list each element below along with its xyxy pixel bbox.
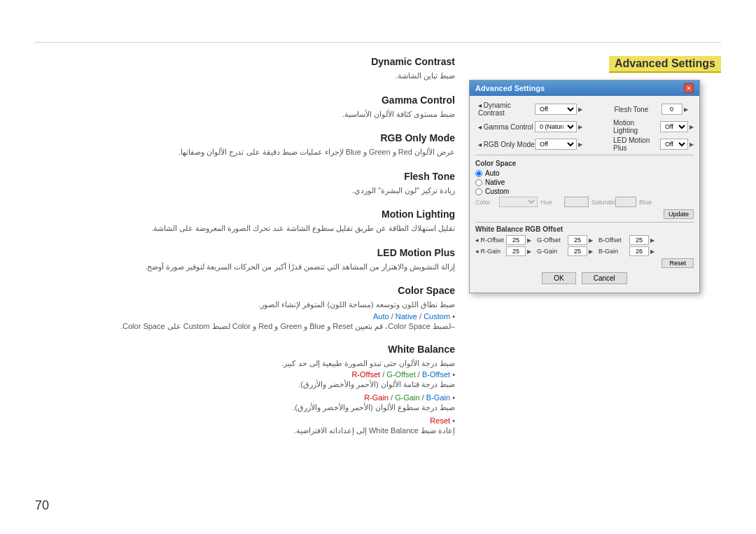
content-area: Dynamic Contrast ضبط تباين الشاشة. Gamma…: [35, 56, 721, 492]
ml-arrow[interactable]: ▶: [690, 124, 694, 130]
g-gain-link: G-Gain: [395, 393, 419, 402]
rgb-select[interactable]: Off: [535, 139, 577, 150]
wb-section: White Balance RGB Offset ◂ R-Offset ▶ G-…: [475, 225, 694, 268]
led-motion-plus-title: LED Motion Plus: [35, 247, 455, 258]
reset-link: Reset: [430, 416, 450, 425]
dc-controls: Off ▶: [535, 104, 615, 115]
cs-sat-input: [615, 197, 636, 207]
radio-native-input[interactable]: [475, 179, 482, 186]
b-gain-label: B-Gain: [598, 248, 628, 255]
g-gain-item: G-Gain ▶: [537, 246, 593, 256]
dc-select[interactable]: Off: [535, 104, 577, 115]
g-offset-arrow[interactable]: ▶: [589, 237, 593, 244]
color-space-extra: –لضبط Color Space، قم بتعيين Reset و Blu…: [35, 322, 455, 331]
advanced-settings-title: Advanced Settings: [609, 56, 721, 73]
dc-label: ◂ Dynamic Contrast: [475, 101, 535, 117]
b-offset-arrow[interactable]: ▶: [650, 237, 654, 244]
separator-1: [475, 155, 694, 155]
wb-section-title: White Balance RGB Offset: [475, 225, 694, 233]
cs-hue-input: [564, 197, 589, 207]
cs-sat-label: Saturation: [592, 199, 612, 206]
dynamic-contrast-desc: ضبط تباين الشاشة.: [35, 70, 455, 82]
radio-native: Native: [475, 178, 694, 186]
b-gain-link: B-Gain: [426, 393, 450, 402]
cs-custom-controls: Color Hue Saturation Blue: [475, 197, 694, 207]
flesh-tone-title: Flesh Tone: [35, 171, 455, 182]
white-balance-desc: ضبط درجة الألوان حتى تبدو الصورة طبيعية …: [35, 358, 455, 370]
radio-custom-label: Custom: [485, 188, 509, 195]
motion-lighting-title: Motion Lighting: [35, 209, 455, 220]
dialog-row-1: ◂ Gamma Control 0 (Natural) ▶ Motion Lig…: [475, 119, 694, 134]
g-offset-label: G-Offset: [537, 237, 566, 244]
native-link: Native: [396, 312, 417, 321]
r-gain-arrow[interactable]: ▶: [527, 248, 531, 255]
r-offset-arrow[interactable]: ▶: [527, 237, 531, 244]
r-offset-input[interactable]: [506, 235, 526, 245]
rgb-arrow[interactable]: ▶: [578, 141, 582, 148]
white-balance-title: White Balance: [35, 344, 455, 355]
ok-button[interactable]: OK: [542, 272, 575, 284]
gc-arrow[interactable]: ▶: [578, 124, 582, 130]
cs-update-button[interactable]: Update: [664, 209, 694, 219]
section-motion-lighting: Motion Lighting تقليل استهلاك الطاقة عن …: [35, 209, 455, 234]
dialog-close-button[interactable]: ×: [684, 83, 694, 93]
page-number: 70: [35, 498, 49, 513]
flesh-tone-arrow[interactable]: ▶: [684, 106, 688, 113]
led-motion-select[interactable]: Off: [660, 139, 688, 150]
gc-controls: 0 (Natural) ▶: [535, 121, 613, 132]
cs-color-select: [499, 197, 538, 207]
dialog-footer: OK Cancel: [475, 272, 694, 287]
b-offset-input[interactable]: [629, 235, 649, 245]
rgb-only-mode-desc: عرض الألوان Red و Green و Blue لإجراء عم…: [35, 146, 455, 158]
section-dynamic-contrast: Dynamic Contrast ضبط تباين الشاشة.: [35, 56, 455, 82]
b-gain-arrow[interactable]: ▶: [650, 248, 654, 255]
gamma-control-desc: ضبط مستوى كثافة الألوان الأساسية.: [35, 108, 455, 120]
r-offset-link: R-Offset: [351, 370, 380, 379]
flesh-tone-label: Flesh Tone: [615, 106, 660, 113]
rgb-label: ◂ RGB Only Mode: [475, 141, 535, 148]
cancel-button[interactable]: Cancel: [582, 272, 627, 284]
b-gain-input[interactable]: [629, 246, 649, 256]
wb-offset-desc: ضبط درجة قتامة الألوان (الأحمر والأخضر و…: [35, 380, 455, 389]
dialog-body: ◂ Dynamic Contrast Off ▶ Flesh Tone ▶: [470, 96, 699, 293]
gc-select[interactable]: 0 (Natural): [535, 121, 577, 132]
wb-gain-links: R-Gain / G-Gain / B-Gain •: [35, 393, 455, 402]
motion-lighting-desc: تقليل استهلاك الطاقة عن طريق تقليل سطوع …: [35, 223, 455, 234]
auto-link: Auto: [373, 312, 389, 321]
wb-offset-links: R-Offset / G-Offset / B-Offset •: [35, 370, 455, 379]
top-divider: [35, 42, 721, 43]
cs-color-label: Color: [475, 199, 496, 206]
wb-reset-desc: إعادة ضبط White Balance إلى إعداداته الا…: [35, 426, 455, 435]
g-offset-input[interactable]: [568, 235, 587, 245]
dialog-title-text: Advanced Settings: [475, 84, 545, 92]
radio-custom-input[interactable]: [475, 188, 482, 195]
r-gain-item: ◂ R-Gain ▶: [475, 246, 531, 256]
section-gamma-control: Gamma Control ضبط مستوى كثافة الألوان ال…: [35, 94, 455, 120]
lmp-arrow[interactable]: ▶: [690, 141, 694, 148]
separator-2: [475, 222, 694, 223]
color-space-title: Color Space: [35, 285, 455, 296]
r-offset-label: ◂ R-Offset: [475, 237, 505, 244]
led-motion-controls: LED Motion Plus Off ▶: [613, 136, 694, 152]
r-gain-label: ◂ R-Gain: [475, 248, 505, 255]
dc-arrow[interactable]: ▶: [578, 106, 582, 113]
g-gain-input[interactable]: [568, 246, 587, 256]
gc-label: ◂ Gamma Control: [475, 123, 535, 131]
flesh-tone-desc: زيادة تركيز "لون البشرة" الوردي.: [35, 185, 455, 197]
color-space-links: Auto / Native / Custom •: [35, 312, 455, 321]
section-rgb-only-mode: RGB Only Mode عرض الألوان Red و Green و …: [35, 132, 455, 158]
flesh-tone-value[interactable]: [662, 104, 682, 115]
b-offset-label: B-Offset: [598, 237, 628, 244]
radio-auto-label: Auto: [485, 169, 500, 177]
motion-lighting-select[interactable]: Off: [660, 121, 688, 132]
wb-gain-desc: ضبط درجة سطوع الألوان (الأحمر والأخضر وا…: [35, 403, 455, 412]
r-gain-input[interactable]: [506, 246, 526, 256]
color-space-desc: ضبط نطاق اللون وتوسعه (مساحة اللون) المت…: [35, 299, 455, 311]
motion-lighting-label: Motion Lighting: [613, 119, 659, 134]
cs-blue-label: Blue: [639, 199, 660, 206]
wb-reset-button[interactable]: Reset: [662, 258, 694, 268]
right-section: Advanced Settings Advanced Settings × ◂ …: [469, 56, 721, 492]
g-gain-arrow[interactable]: ▶: [589, 248, 593, 255]
gamma-control-title: Gamma Control: [35, 94, 455, 106]
radio-auto-input[interactable]: [475, 170, 482, 177]
